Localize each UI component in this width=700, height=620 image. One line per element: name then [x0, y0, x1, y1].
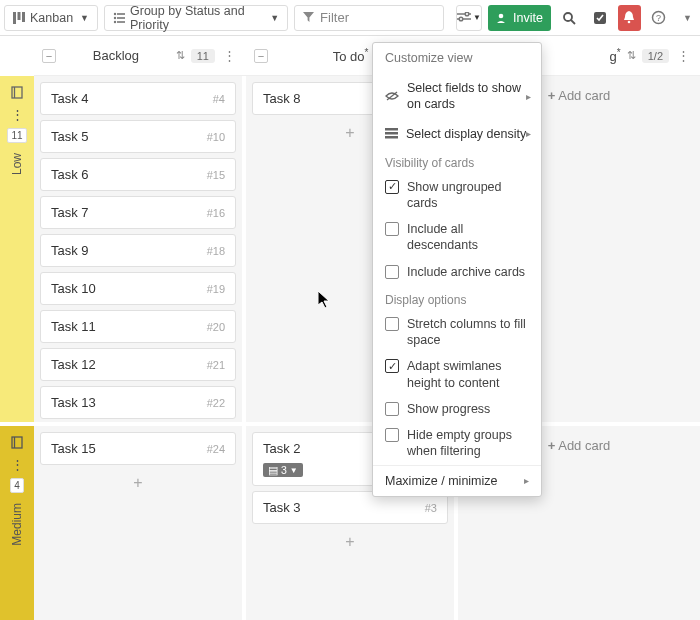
check-hide-empty[interactable]: Hide empty groups when filtering [373, 422, 541, 465]
column-count: 11 [191, 49, 215, 63]
search-icon [562, 11, 576, 25]
column-count: 1/2 [642, 49, 669, 63]
book-icon [9, 434, 25, 450]
svg-point-17 [628, 21, 631, 24]
cell-backlog-low: Task 4#4 Task 5#10 Task 6#15 Task 7#16 T… [34, 76, 246, 422]
swimlane-label: Low [10, 153, 24, 175]
dropdown-section-header: Visibility of cards [373, 148, 541, 174]
caret-down-icon: ▼ [270, 13, 279, 23]
collapse-icon[interactable]: − [254, 49, 268, 63]
column-menu[interactable]: ⋮ [675, 48, 692, 63]
check-show-progress[interactable]: Show progress [373, 396, 541, 422]
svg-rect-20 [12, 87, 22, 98]
notifications-button[interactable] [618, 5, 641, 31]
sort-icon[interactable]: ⇅ [627, 49, 636, 62]
check-show-ungrouped[interactable]: ✓Show ungrouped cards [373, 174, 541, 217]
user-menu-caret[interactable]: ▼ [679, 13, 696, 23]
invite-button[interactable]: Invite [488, 5, 551, 31]
svg-line-15 [571, 20, 575, 24]
swimlane-count: 11 [7, 128, 26, 143]
svg-rect-1 [18, 12, 21, 20]
density-icon [385, 128, 398, 140]
svg-rect-26 [385, 132, 398, 135]
svg-rect-27 [385, 136, 398, 139]
task-card[interactable]: Task 7#16 [40, 196, 236, 229]
task-card[interactable]: Task 13#22 [40, 386, 236, 419]
chevron-right-icon: ▸ [524, 475, 529, 486]
help-icon: ? [651, 10, 666, 25]
check-adapt-swimlanes[interactable]: ✓Adapt swimlanes height to content [373, 353, 541, 396]
dropdown-title: Customize view [373, 43, 541, 73]
add-card-inline[interactable]: + [40, 470, 236, 496]
svg-point-10 [465, 12, 469, 16]
column-header-backlog: − Backlog ⇅ 11 ⋮ [34, 36, 246, 76]
chevron-right-icon: ▸ [526, 128, 531, 139]
check-include-descendants[interactable]: Include all descendants [373, 216, 541, 259]
task-card[interactable]: Task 9#18 [40, 234, 236, 267]
check-square-icon [593, 11, 607, 25]
svg-point-12 [459, 17, 463, 21]
filter-placeholder: Filter [320, 10, 349, 25]
checkbox-icon [385, 265, 399, 279]
add-card-inline[interactable]: + [252, 529, 448, 555]
bell-icon [623, 11, 635, 24]
sliders-icon [457, 12, 471, 24]
task-card[interactable]: Task 15#24 [40, 432, 236, 465]
sort-icon[interactable]: ⇅ [176, 49, 185, 62]
checkbox-icon [385, 402, 399, 416]
svg-point-5 [114, 16, 116, 18]
svg-point-13 [499, 13, 504, 18]
task-card[interactable]: Task 6#15 [40, 158, 236, 191]
top-toolbar: Kanban ▼ Group by Status and Priority ▼ … [0, 0, 700, 36]
menu-item-display-density[interactable]: Select display density ▸ [373, 120, 541, 148]
svg-rect-8 [117, 21, 125, 23]
checkbox-icon: ✓ [385, 359, 399, 373]
collapse-icon[interactable]: − [42, 49, 56, 63]
book-icon [9, 84, 25, 100]
svg-point-14 [564, 13, 572, 21]
dots-icon[interactable]: ⋮ [9, 106, 25, 122]
kanban-icon [13, 12, 25, 24]
swimlane-rail-low[interactable]: ⋮ 11 Low [0, 76, 34, 422]
search-button[interactable] [557, 5, 581, 31]
column-menu[interactable]: ⋮ [221, 48, 238, 63]
view-switcher[interactable]: Kanban ▼ [4, 5, 98, 31]
svg-rect-22 [12, 437, 22, 448]
user-plus-icon [496, 12, 508, 24]
dots-icon[interactable]: ⋮ [9, 456, 25, 472]
task-card[interactable]: Task 4#4 [40, 82, 236, 115]
check-include-archive[interactable]: Include archive cards [373, 259, 541, 285]
group-by-button[interactable]: Group by Status and Priority ▼ [104, 5, 288, 31]
svg-rect-0 [13, 12, 16, 24]
help-button[interactable]: ? [647, 5, 671, 31]
menu-item-select-fields[interactable]: Select fields to show on cards ▸ [373, 73, 541, 120]
chevron-right-icon: ▸ [526, 91, 531, 102]
task-card[interactable]: Task 12#21 [40, 348, 236, 381]
task-card[interactable]: Task 11#20 [40, 310, 236, 343]
dropdown-section-header: Display options [373, 285, 541, 311]
check-stretch-columns[interactable]: Stretch columns to fill space [373, 311, 541, 354]
svg-rect-4 [117, 13, 125, 15]
eye-off-icon [385, 90, 399, 102]
menu-item-maximize[interactable]: Maximize / minimize ▸ [373, 465, 541, 496]
filter-input[interactable]: Filter [294, 5, 444, 31]
task-card[interactable]: Task 5#10 [40, 120, 236, 153]
cell-backlog-medium: Task 15#24 + [34, 426, 246, 620]
filter-icon [303, 12, 314, 23]
settings-sliders-button[interactable]: ▼ [456, 5, 482, 31]
column-title: Backlog [62, 48, 170, 63]
svg-point-3 [114, 12, 116, 14]
swimlane-count: 4 [10, 478, 24, 493]
checkbox-icon: ✓ [385, 180, 399, 194]
card-badge: ▤ 3 ▼ [263, 463, 303, 477]
task-card[interactable]: Task 10#19 [40, 272, 236, 305]
svg-rect-2 [22, 12, 25, 22]
checkbox-icon [385, 428, 399, 442]
caret-down-icon: ▼ [473, 13, 481, 22]
svg-point-7 [114, 20, 116, 22]
swimlane-rail-medium[interactable]: ⋮ 4 Medium [0, 426, 34, 620]
tasks-button[interactable] [587, 5, 611, 31]
checkbox-icon [385, 222, 399, 236]
list-icon [113, 12, 125, 24]
view-label: Kanban [30, 11, 73, 25]
